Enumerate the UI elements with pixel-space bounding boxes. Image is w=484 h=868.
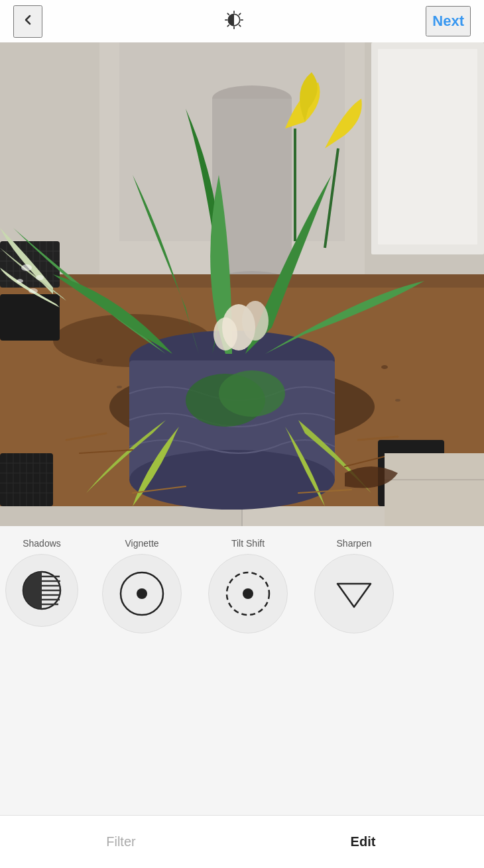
svg-rect-22 xyxy=(0,506,242,526)
tilt-shift-label: Tilt Shift xyxy=(231,538,265,549)
shadows-label: Shadows xyxy=(23,538,61,549)
svg-marker-92 xyxy=(337,584,371,607)
filter-tab-label: Filter xyxy=(106,834,135,849)
filter-item-vignette[interactable]: Vignette xyxy=(89,533,195,639)
back-button[interactable] xyxy=(13,5,42,38)
svg-point-65 xyxy=(219,370,285,417)
svg-point-59 xyxy=(213,317,237,351)
vignette-label: Vignette xyxy=(125,538,158,549)
tab-filter[interactable]: Filter xyxy=(0,816,242,868)
edit-tab-label: Edit xyxy=(351,834,376,849)
filter-item-sharpen[interactable]: Sharpen xyxy=(301,533,407,639)
svg-line-7 xyxy=(239,13,241,15)
filter-strip: Shadows Vignette xyxy=(0,526,484,659)
svg-point-62 xyxy=(17,279,23,283)
svg-point-67 xyxy=(117,386,122,388)
photo-area xyxy=(0,42,484,526)
filter-item-tilt-shift[interactable]: Tilt Shift xyxy=(195,533,301,639)
svg-point-61 xyxy=(36,275,44,280)
svg-rect-14 xyxy=(378,49,477,244)
svg-point-68 xyxy=(381,365,388,369)
tilt-shift-icon-circle xyxy=(208,554,288,633)
tab-edit[interactable]: Edit xyxy=(242,816,484,868)
svg-point-60 xyxy=(21,264,32,271)
next-button[interactable]: Next xyxy=(426,6,471,36)
svg-line-8 xyxy=(227,25,229,27)
svg-line-5 xyxy=(227,13,229,15)
svg-line-6 xyxy=(239,25,241,27)
svg-point-69 xyxy=(395,399,400,402)
vignette-icon-circle xyxy=(102,554,182,633)
filter-item-shadows[interactable]: Shadows xyxy=(0,533,89,632)
svg-point-66 xyxy=(96,358,103,362)
sharpen-label: Sharpen xyxy=(337,538,372,549)
svg-point-63 xyxy=(29,288,38,294)
svg-rect-76 xyxy=(385,453,484,526)
brightness-icon xyxy=(225,11,243,32)
sharpen-icon-circle xyxy=(314,554,394,633)
top-bar: Next xyxy=(0,0,484,42)
svg-point-58 xyxy=(242,301,269,341)
tab-bar: Filter Edit xyxy=(0,815,484,868)
svg-point-89 xyxy=(137,588,147,599)
shadows-icon-circle xyxy=(5,554,78,627)
svg-point-91 xyxy=(243,588,253,599)
